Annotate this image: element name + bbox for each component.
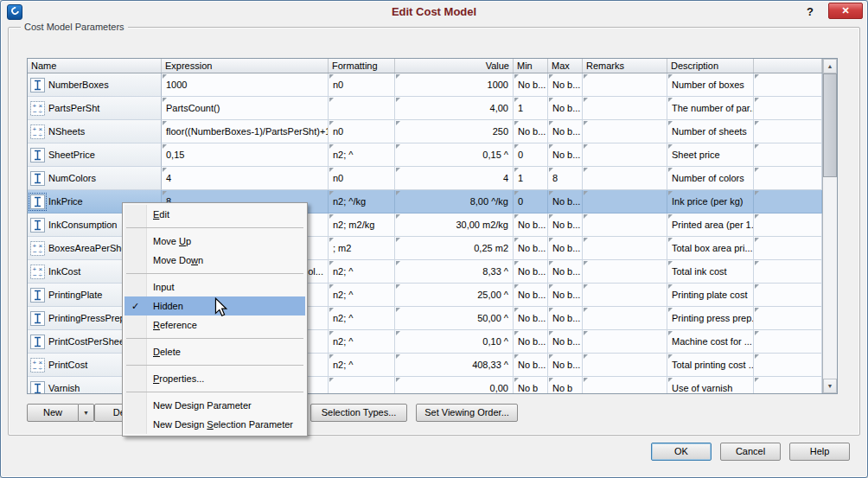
scroll-up-button[interactable]: ▲ — [823, 59, 837, 73]
param-formatting-cell[interactable]: n2; m2/kg — [329, 214, 395, 237]
scrollbar-thumb[interactable] — [823, 73, 837, 177]
param-min-cell[interactable]: No b... — [514, 354, 548, 377]
param-value-cell[interactable]: 8,33 ^ — [395, 260, 514, 284]
param-max-cell[interactable]: No b... — [548, 237, 583, 260]
param-remarks-cell[interactable] — [583, 237, 667, 260]
param-remarks-cell[interactable] — [583, 97, 667, 120]
cancel-button[interactable]: Cancel — [720, 443, 781, 461]
param-formatting-cell[interactable]: n2; ^ — [329, 143, 395, 167]
param-formatting-cell[interactable]: n2; ^ — [329, 284, 395, 307]
table-row-NumberBoxes[interactable]: NumberBoxes1000n01000No b...No b...Numbe… — [28, 73, 822, 97]
param-formatting-cell[interactable]: n2; ^ — [329, 330, 395, 354]
param-value-cell[interactable]: 0,25 m2 — [395, 237, 514, 260]
param-value-cell[interactable]: 50,00 ^ — [395, 307, 514, 330]
param-value-cell[interactable]: 1000 — [395, 73, 514, 97]
param-remarks-cell[interactable] — [583, 260, 667, 284]
param-max-cell[interactable]: No b... — [548, 260, 583, 284]
param-name-cell[interactable]: SheetPrice — [28, 143, 162, 167]
menu-item-input[interactable]: Input — [124, 277, 305, 296]
param-description-cell[interactable]: Total ink cost — [667, 260, 754, 284]
ok-button[interactable]: OK — [651, 443, 712, 461]
param-value-cell[interactable]: 408,33 ^ — [395, 354, 514, 377]
param-description-cell[interactable]: Machine cost for ... — [667, 330, 754, 354]
param-filler-cell[interactable] — [754, 120, 822, 143]
menu-item-delete[interactable]: Delete — [124, 342, 305, 361]
param-max-cell[interactable]: No b... — [548, 97, 583, 120]
param-min-cell[interactable]: 0 — [514, 190, 548, 214]
param-remarks-cell[interactable] — [583, 377, 667, 393]
param-formatting-cell[interactable] — [329, 97, 395, 120]
param-formatting-cell[interactable]: n2; ^/kg — [329, 190, 395, 214]
param-remarks-cell[interactable] — [583, 120, 667, 143]
param-formatting-cell[interactable]: ; m2 — [329, 237, 395, 260]
param-name-cell[interactable]: +×−÷PartsPerSht — [28, 97, 162, 120]
param-formatting-cell[interactable]: n0 — [329, 167, 395, 190]
param-max-cell[interactable]: No b... — [548, 307, 583, 330]
param-name-cell[interactable]: NumColors — [28, 167, 162, 190]
param-min-cell[interactable]: No b... — [514, 120, 548, 143]
scroll-down-button[interactable]: ▼ — [823, 379, 837, 393]
param-value-cell[interactable]: 8,00 ^/kg — [395, 190, 514, 214]
param-description-cell[interactable]: Printing plate cost — [667, 284, 754, 307]
param-filler-cell[interactable] — [754, 307, 822, 330]
param-filler-cell[interactable] — [754, 260, 822, 284]
param-description-cell[interactable]: Number of boxes — [667, 73, 754, 97]
param-filler-cell[interactable] — [754, 214, 822, 237]
param-remarks-cell[interactable] — [583, 143, 667, 167]
param-formatting-cell[interactable]: n2; ^ — [329, 354, 395, 377]
param-max-cell[interactable]: No b... — [548, 73, 583, 97]
param-remarks-cell[interactable] — [583, 307, 667, 330]
param-filler-cell[interactable] — [754, 167, 822, 190]
param-value-cell[interactable]: 30,00 m2/kg — [395, 214, 514, 237]
param-min-cell[interactable]: No b... — [514, 260, 548, 284]
menu-item-reference[interactable]: Reference — [124, 315, 305, 335]
param-max-cell[interactable]: No b... — [548, 143, 583, 167]
selection-types-button[interactable]: Selection Types... — [310, 404, 407, 422]
param-filler-cell[interactable] — [754, 97, 822, 120]
param-expression-cell[interactable]: 4 — [162, 167, 329, 190]
menu-item-properties[interactable]: Properties... — [124, 369, 305, 388]
param-max-cell[interactable]: No b — [548, 377, 583, 393]
param-remarks-cell[interactable] — [583, 354, 667, 377]
param-min-cell[interactable]: 1 — [514, 167, 548, 190]
param-expression-cell[interactable]: floor((NumberBoxes-1)/PartsPerSht)+1 — [162, 120, 329, 143]
param-description-cell[interactable]: Sheet price — [667, 143, 754, 167]
param-description-cell[interactable]: Use of varnish — [667, 377, 754, 393]
param-min-cell[interactable]: No b... — [514, 237, 548, 260]
table-row-PartsPerSht[interactable]: +×−÷PartsPerShtPartsCount()4,001No b...T… — [28, 97, 822, 120]
param-formatting-cell[interactable]: n0 — [329, 120, 395, 143]
titlebar-help-button[interactable]: ? — [803, 5, 817, 19]
set-viewing-order-button[interactable]: Set Viewing Order... — [416, 404, 518, 422]
param-remarks-cell[interactable] — [583, 330, 667, 354]
param-filler-cell[interactable] — [754, 284, 822, 307]
param-description-cell[interactable]: Number of sheets — [667, 120, 754, 143]
table-row-SheetPrice[interactable]: SheetPrice0,15n2; ^0,15 ^0No b...Sheet p… — [28, 143, 822, 167]
table-row-NumColors[interactable]: NumColors4n0418Number of colors — [28, 167, 822, 190]
param-remarks-cell[interactable] — [583, 73, 667, 97]
param-value-cell[interactable]: 0,15 ^ — [395, 143, 514, 167]
param-value-cell[interactable]: 25,00 ^ — [395, 284, 514, 307]
param-min-cell[interactable]: No b... — [514, 330, 548, 354]
param-description-cell[interactable]: Number of colors — [667, 167, 754, 190]
param-expression-cell[interactable]: 0,15 — [162, 143, 329, 167]
param-expression-cell[interactable]: PartsCount() — [162, 97, 329, 120]
titlebar[interactable]: Edit Cost Model ? ✕ — [1, 1, 867, 23]
param-formatting-cell[interactable] — [329, 377, 395, 393]
param-remarks-cell[interactable] — [583, 214, 667, 237]
param-description-cell[interactable]: Ink price (per kg) — [667, 190, 754, 214]
param-remarks-cell[interactable] — [583, 190, 667, 214]
param-description-cell[interactable]: The number of par... — [667, 97, 754, 120]
param-filler-cell[interactable] — [754, 377, 822, 393]
param-value-cell[interactable]: 250 — [395, 120, 514, 143]
new-dropdown-button[interactable]: ▼ — [79, 404, 94, 422]
param-description-cell[interactable]: Total printing cost ... — [667, 354, 754, 377]
param-max-cell[interactable]: No b... — [548, 354, 583, 377]
vertical-scrollbar[interactable]: ▲ ▼ — [822, 59, 837, 393]
param-description-cell[interactable]: Total box area pri... — [667, 237, 754, 260]
param-filler-cell[interactable] — [754, 237, 822, 260]
param-min-cell[interactable]: 0 — [514, 143, 548, 167]
param-formatting-cell[interactable]: n0 — [329, 73, 395, 97]
param-name-cell[interactable]: +×−÷NSheets — [28, 120, 162, 143]
menu-item-edit[interactable]: Edit — [124, 205, 305, 224]
menu-item-new-design-selection-parameter[interactable]: New Design Selection Parameter — [124, 415, 305, 434]
